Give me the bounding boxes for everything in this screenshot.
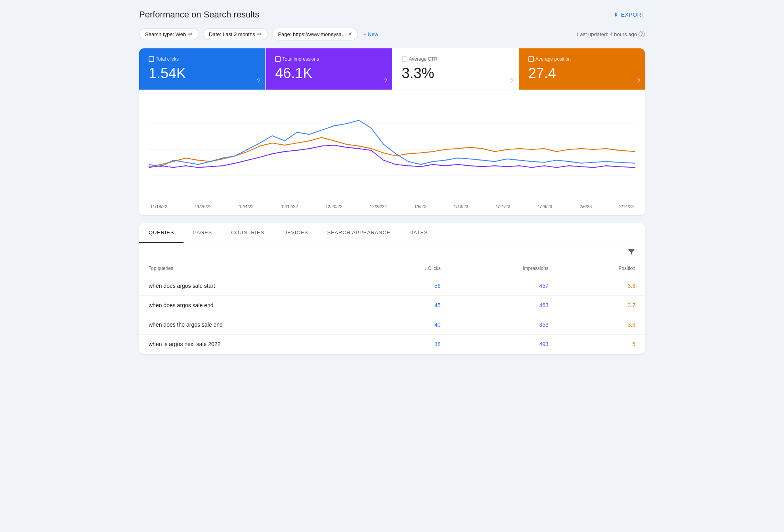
table-toolbar	[139, 243, 645, 261]
metric-tile-ctr[interactable]: Average CTR 3.3% ?	[392, 48, 519, 90]
tab-countries[interactable]: COUNTRIES	[222, 223, 274, 243]
cell-position-0: 3.6	[558, 276, 645, 296]
export-button[interactable]: ⬇ EXPORT	[614, 11, 645, 18]
metric-tile-clicks[interactable]: Total clicks 1.54K ?	[139, 48, 266, 90]
cell-impressions-3: 493	[450, 335, 558, 354]
bottom-card: QUERIES PAGES COUNTRIES DEVICES SEARCH A…	[139, 223, 645, 354]
col-header-query: Top queries	[139, 261, 364, 276]
cell-impressions-1: 463	[450, 296, 558, 315]
help-icon-ctr: ?	[510, 78, 514, 85]
metric-label-position: Average position	[528, 56, 635, 62]
metric-value-ctr: 3.3%	[402, 65, 509, 82]
col-header-impressions[interactable]: Impressions	[450, 261, 558, 276]
help-icon-clicks: ?	[257, 78, 260, 85]
x-label-2: 12/4/22	[239, 204, 254, 209]
x-label-9: 1/29/23	[538, 204, 553, 209]
cell-clicks-2: 40	[364, 315, 450, 335]
clicks-checkbox-icon	[149, 56, 154, 62]
cell-query-2: when does the argos sale end	[139, 315, 364, 335]
filter-label-page: Page: https://www.moneysa...	[278, 31, 346, 37]
close-icon-page[interactable]: ×	[348, 31, 352, 38]
cell-clicks-0: 56	[364, 276, 450, 296]
metric-value-clicks: 1.54K	[149, 65, 256, 82]
edit-icon-search-type: ✏	[188, 31, 193, 37]
cell-position-1: 3.7	[558, 296, 645, 315]
filter-label-date: Date: Last 3 months	[209, 31, 255, 37]
chart-container	[149, 98, 635, 201]
table-row: when does the argos sale end 40 363 3.6	[139, 315, 645, 335]
x-label-0: 11/18/22	[150, 204, 167, 209]
add-filter-button[interactable]: + New	[362, 31, 378, 37]
position-checkbox-icon	[528, 56, 534, 62]
help-icon: ?	[639, 31, 645, 37]
cell-clicks-3: 38	[364, 335, 450, 354]
sort-down-icon: ↓	[424, 266, 426, 271]
table-header-row: Top queries ↓ Clicks Impressions Positio…	[139, 261, 645, 276]
tabs-row: QUERIES PAGES COUNTRIES DEVICES SEARCH A…	[139, 223, 645, 243]
cell-query-0: when does argos sale start	[139, 276, 364, 296]
data-table: Top queries ↓ Clicks Impressions Positio…	[139, 261, 645, 354]
chart-line-position	[149, 145, 635, 167]
help-icon-position: ?	[637, 78, 640, 85]
tab-search-appearance[interactable]: SEARCH APPEARANCE	[317, 223, 400, 243]
x-label-4: 12/20/22	[325, 204, 342, 209]
filters-row: Search type: Web ✏ Date: Last 3 months ✏…	[139, 28, 645, 40]
chart-line-impressions	[149, 138, 635, 167]
x-label-3: 12/12/22	[281, 204, 298, 209]
header: Performance on Search results ⬇ EXPORT	[139, 10, 645, 20]
impressions-checkbox-icon	[275, 56, 281, 62]
cell-impressions-0: 457	[450, 276, 558, 296]
x-axis-labels: 11/18/22 11/26/22 12/4/22 12/12/22 12/20…	[149, 204, 635, 209]
metric-label-ctr: Average CTR	[402, 56, 509, 62]
x-label-11: 2/14/23	[619, 204, 634, 209]
metrics-card: Total clicks 1.54K ? Total impressions 4…	[139, 48, 645, 215]
chart-line-clicks	[149, 120, 635, 166]
filter-chip-date[interactable]: Date: Last 3 months ✏	[203, 28, 268, 40]
cell-query-3: when is argos next sale 2022	[139, 335, 364, 354]
cell-impressions-2: 363	[450, 315, 558, 335]
tab-pages[interactable]: PAGES	[184, 223, 222, 243]
page-title: Performance on Search results	[139, 10, 259, 20]
cell-position-3: 5	[558, 335, 645, 354]
metric-tile-position[interactable]: Average position 27.4 ?	[519, 48, 645, 90]
filter-label-search-type: Search type: Web	[145, 31, 186, 37]
table-row: when does argos sale start 56 457 3.6	[139, 276, 645, 296]
metric-value-position: 27.4	[528, 65, 635, 82]
chart-svg	[149, 98, 635, 201]
download-icon: ⬇	[614, 11, 619, 18]
x-label-6: 1/5/23	[414, 204, 426, 209]
chart-area: 11/18/22 11/26/22 12/4/22 12/12/22 12/20…	[139, 90, 645, 215]
filter-chip-page[interactable]: Page: https://www.moneysa... ×	[272, 28, 358, 40]
metric-label-clicks: Total clicks	[149, 56, 256, 62]
metric-tile-impressions[interactable]: Total impressions 46.1K ?	[266, 48, 392, 90]
tab-queries[interactable]: QUERIES	[139, 223, 184, 243]
filter-icon	[627, 248, 635, 256]
table-body: when does argos sale start 56 457 3.6 wh…	[139, 276, 645, 354]
col-header-clicks[interactable]: ↓ Clicks	[364, 261, 450, 276]
metric-label-impressions: Total impressions	[275, 56, 382, 62]
help-icon-impressions: ?	[384, 78, 387, 85]
x-label-10: 2/6/23	[579, 204, 592, 209]
cell-position-2: 3.6	[558, 315, 645, 335]
filter-chip-search-type[interactable]: Search type: Web ✏	[139, 28, 199, 40]
tab-devices[interactable]: DEVICES	[274, 223, 318, 243]
x-label-1: 11/26/22	[195, 204, 212, 209]
x-label-5: 12/28/22	[370, 204, 387, 209]
tab-dates[interactable]: DATES	[400, 223, 437, 243]
metrics-row: Total clicks 1.54K ? Total impressions 4…	[139, 48, 645, 90]
col-header-position[interactable]: Position	[558, 261, 645, 276]
x-label-8: 1/21/23	[496, 204, 511, 209]
cell-query-1: when does argos sale end	[139, 296, 364, 315]
table-row: when does argos sale end 45 463 3.7	[139, 296, 645, 315]
x-label-7: 1/13/23	[454, 204, 468, 209]
table-filter-button[interactable]	[627, 248, 635, 258]
ctr-checkbox-icon	[402, 56, 407, 62]
metric-value-impressions: 46.1K	[275, 65, 382, 82]
cell-clicks-1: 45	[364, 296, 450, 315]
last-updated: Last updated: 4 hours ago ?	[577, 31, 645, 37]
table-row: when is argos next sale 2022 38 493 5	[139, 335, 645, 354]
edit-icon-date: ✏	[257, 31, 262, 37]
